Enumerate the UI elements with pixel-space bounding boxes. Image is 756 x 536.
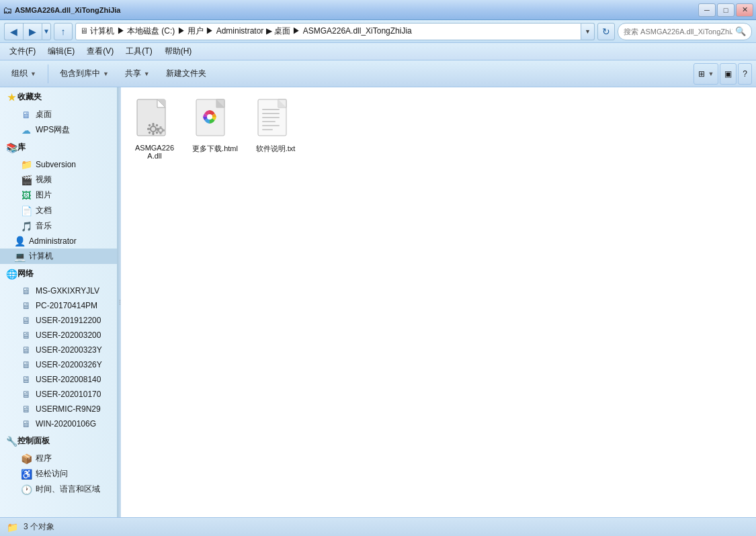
sidebar-network-header[interactable]: 🌐 网络 [0,264,117,283]
sidebar-item-administrator[interactable]: 👤 Administrator [0,234,117,249]
file-item-html[interactable]: 更多下载.html [188,94,242,164]
sidebar-item-accessibility[interactable]: ♿ 轻松访问 [0,466,117,482]
sidebar-item-net-3[interactable]: 🖥 USER-202003200 [0,328,117,343]
net-computer-icon-3: 🖥 [20,330,32,341]
help-button[interactable]: ? [738,63,752,85]
svg-rect-27 [262,113,280,114]
subversion-icon: 📁 [20,159,32,170]
main-area: ★ 收藏夹 🖥 桌面 ☁ WPS网盘 📚 库 📁 Subversion 🎬 视频… [0,87,756,517]
html-file-icon [194,98,237,141]
search-icon[interactable]: 🔍 [735,26,746,36]
computer-icon: 💻 [13,251,26,262]
nav-buttons[interactable]: ◀ ▶ ▼ [4,23,51,40]
sidebar-item-net-7[interactable]: 🖥 USER-202010170 [0,387,117,402]
sidebar-item-pictures[interactable]: 🖼 图片 [0,187,117,203]
svg-rect-18 [163,130,165,132]
sidebar-item-net-5[interactable]: 🖥 USER-20200326Y [0,357,117,372]
dll-file-name: ASMGA226A.dll [132,144,177,160]
sidebar-item-subversion[interactable]: 📁 Subversion [0,157,117,172]
svg-rect-17 [157,130,159,132]
pane-icon: ▣ [724,69,732,79]
txt-file-icon [254,98,297,141]
administrator-icon: 👤 [13,236,26,247]
minimize-button[interactable]: ─ [698,3,716,17]
sidebar-item-net-4[interactable]: 🖥 USER-20200323Y [0,343,117,357]
dll-icon-svg [134,98,175,141]
menu-edit[interactable]: 编辑(E) [42,44,80,59]
accessibility-icon: ♿ [20,469,32,480]
net-computer-icon-9: 🖥 [20,418,32,429]
file-item-txt[interactable]: 软件说明.txt [249,94,302,164]
net-computer-icon-2: 🖥 [20,315,32,326]
include-library-button[interactable]: 包含到库中 ▼ [52,63,116,85]
desktop-icon: 🖥 [20,109,32,120]
sidebar-item-documents[interactable]: 📄 文档 [0,203,117,218]
sidebar-splitter[interactable] [118,87,121,517]
include-library-label: 包含到库中 [60,68,100,79]
share-button[interactable]: 共享 ▼ [118,63,157,85]
file-item-dll[interactable]: ASMGA226A.dll [128,94,181,164]
documents-icon: 📄 [20,206,32,216]
view-options-button[interactable]: ⊞ ▼ [694,63,718,85]
toolbar: 组织 ▼ 包含到库中 ▼ 共享 ▼ 新建文件夹 ⊞ ▼ ▣ ? [0,60,756,87]
nav-dropdown-button[interactable]: ▼ [42,23,51,40]
html-file-name: 更多下载.html [192,144,238,154]
forward-button[interactable]: ▶ [23,23,42,40]
sidebar-item-datetime[interactable]: 🕐 时间、语言和区域 [0,482,117,497]
net-computer-icon-1: 🖥 [20,300,32,311]
address-dropdown-button[interactable]: ▼ [581,23,595,40]
menu-tools[interactable]: 工具(T) [120,44,157,59]
txt-file-name: 软件说明.txt [256,144,296,154]
sidebar-favorites-header[interactable]: ★ 收藏夹 [0,87,117,107]
svg-rect-28 [262,117,280,118]
title-bar: 🗂 ASMGA226A.dll_XiTongZhiJia ─ □ ✕ [0,0,756,20]
search-box[interactable]: 🔍 [618,23,752,40]
pane-toggle-button[interactable]: ▣ [720,63,737,85]
help-icon: ? [743,69,747,79]
sidebar-item-net-2[interactable]: 🖥 USER-201912200 [0,313,117,328]
sidebar-item-music[interactable]: 🎵 音乐 [0,218,117,234]
svg-point-4 [151,127,155,131]
svg-rect-30 [262,125,280,126]
sidebar-controlpanel-header[interactable]: 🔧 控制面板 [0,431,117,451]
refresh-button[interactable]: ↻ [597,23,615,40]
net-computer-icon-4: 🖥 [20,345,32,355]
up-button[interactable]: ↑ [54,23,73,40]
search-input[interactable] [624,28,732,36]
sidebar-item-video[interactable]: 🎬 视频 [0,172,117,187]
menu-help[interactable]: 帮助(H) [159,44,198,59]
menu-view[interactable]: 查看(V) [81,44,119,59]
back-button[interactable]: ◀ [4,23,23,40]
sidebar-item-desktop[interactable]: 🖥 桌面 [0,107,117,122]
sidebar-item-programs[interactable]: 📦 程序 [0,451,117,466]
address-container[interactable]: 🖥 计算机 ▶ 本地磁盘 (C:) ▶ 用户 ▶ Administrator ▶… [75,23,595,40]
sidebar-item-net-6[interactable]: 🖥 USER-202008140 [0,372,117,387]
view-arrow: ▼ [708,71,714,77]
net-computer-icon-0: 🖥 [20,285,32,296]
menu-bar: 文件(F) 编辑(E) 查看(V) 工具(T) 帮助(H) [0,43,756,60]
status-bar: 📁 3 个对象 [0,517,756,536]
title-bar-left: 🗂 ASMGA226A.dll_XiTongZhiJia [3,5,121,15]
svg-rect-6 [153,132,155,135]
include-library-arrow: ▼ [103,71,109,77]
window-icon: 🗂 [3,5,12,15]
organize-button[interactable]: 组织 ▼ [4,63,44,85]
title-buttons[interactable]: ─ □ ✕ [698,3,753,17]
menu-file[interactable]: 文件(F) [4,44,41,59]
sidebar-item-net-0[interactable]: 🖥 MS-GXKIXRYJLV [0,283,117,298]
sidebar-item-net-9[interactable]: 🖥 WIN-20200106G [0,416,117,431]
maximize-button[interactable]: □ [717,3,734,17]
sidebar-item-net-1[interactable]: 🖥 PC-20170414PM [0,298,117,313]
sidebar-library-header[interactable]: 📚 库 [0,138,117,157]
sidebar-item-net-8[interactable]: 🖥 USERMIC-R9N29 [0,402,117,416]
close-button[interactable]: ✕ [736,3,753,17]
wps-cloud-icon: ☁ [20,125,32,136]
share-arrow: ▼ [144,71,150,77]
net-computer-icon-5: 🖥 [20,359,32,370]
svg-rect-7 [147,128,150,130]
address-path-box[interactable]: 🖥 计算机 ▶ 本地磁盘 (C:) ▶ 用户 ▶ Administrator ▶… [75,23,581,40]
svg-rect-16 [160,132,162,134]
new-folder-button[interactable]: 新建文件夹 [159,63,214,85]
sidebar-item-computer[interactable]: 💻 计算机 [0,249,117,264]
sidebar-item-wps[interactable]: ☁ WPS网盘 [0,122,117,138]
